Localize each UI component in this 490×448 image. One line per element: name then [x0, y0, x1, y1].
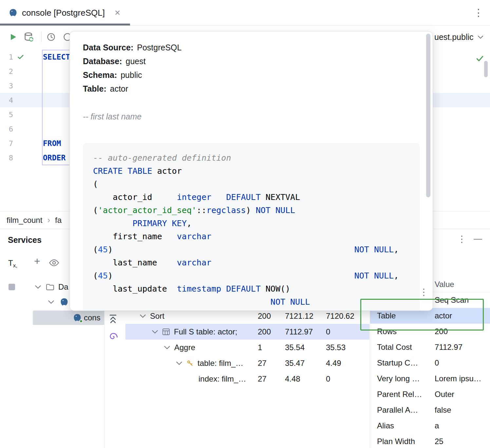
- popup-field-value: actor: [110, 84, 128, 94]
- run-button[interactable]: [6, 26, 20, 48]
- plan-actual-rows: 27: [258, 374, 267, 384]
- play-icon: [9, 32, 18, 42]
- plan-total-cost: 35.47: [285, 359, 305, 368]
- tab-close-icon[interactable]: ✕: [114, 9, 121, 17]
- property-name: Parallel A…: [377, 405, 418, 415]
- connected-dot: [79, 319, 83, 323]
- plan-startup-cost: 4.49: [326, 359, 341, 368]
- property-value: 7112.97: [435, 343, 462, 352]
- chevron-down-icon[interactable]: [152, 330, 158, 334]
- table-doc-popup: Data Source: PostgreSQL Database: guest …: [69, 31, 433, 311]
- sql-code-line: (45) NOT NULL,: [93, 243, 413, 256]
- key-icon: [186, 360, 194, 367]
- popup-field-label: Schema:: [83, 70, 117, 80]
- tabbar-menu-icon[interactable]: ⋮: [474, 7, 483, 18]
- refresh-datasource-button[interactable]: [22, 26, 36, 48]
- line-number: 4: [0, 96, 13, 104]
- tx-mode-button[interactable]: Tx,: [8, 259, 17, 269]
- postgresql-icon: [9, 8, 18, 17]
- plan-row[interactable]: index: film_… 27 4.48 0: [108, 371, 369, 387]
- tab-bar: console [PostgreSQL] ✕ ⋮: [0, 0, 490, 26]
- chevron-down-icon[interactable]: [48, 300, 54, 304]
- breadcrumb-separator-icon: ›: [47, 215, 50, 225]
- sql-code-line: PRIMARY KEY,: [93, 217, 413, 230]
- folder-icon: [46, 283, 54, 291]
- clock-icon: [47, 32, 56, 42]
- services-minimize-icon[interactable]: —: [474, 234, 482, 244]
- plan-row[interactable]: Aggre 1 35.54 35.53: [108, 340, 369, 355]
- plan-node-label: index: film_…: [198, 374, 246, 384]
- plan-startup-cost: 0: [326, 327, 330, 336]
- plan-startup-cost: 0: [326, 374, 330, 384]
- popup-field-value: guest: [126, 57, 146, 66]
- property-row[interactable]: Parallel A… false: [370, 402, 490, 418]
- property-row[interactable]: Startup C… 0: [370, 355, 490, 371]
- property-row[interactable]: Alias a: [370, 418, 490, 434]
- property-row[interactable]: Very long … Lorem ipsu…: [370, 371, 490, 386]
- chevron-down-icon[interactable]: [176, 361, 182, 365]
- property-row[interactable]: Plan Width 25: [370, 434, 490, 448]
- plan-node-label: table: film_…: [198, 359, 243, 368]
- line-number: 7: [0, 139, 13, 148]
- line-number: 1: [0, 53, 13, 61]
- view-options-icon[interactable]: [49, 259, 59, 266]
- properties-menu-icon[interactable]: ⋮: [419, 287, 428, 297]
- line-number: 5: [0, 111, 13, 119]
- plan-row[interactable]: Full S table: actor; 200 7112.97 0: [108, 324, 369, 340]
- tab-console[interactable]: console [PostgreSQL] ✕: [0, 0, 121, 26]
- plan-node-label: Aggre: [174, 343, 195, 352]
- app-window: console [PostgreSQL] ✕ ⋮: [0, 0, 490, 448]
- statement-success-icon: [17, 53, 24, 61]
- table-icon: [162, 328, 170, 335]
- plan-node-label: Sort: [150, 312, 164, 321]
- editor-scrollbar-thumb[interactable]: [484, 61, 488, 77]
- plan-actual-rows: 27: [258, 359, 267, 368]
- postgresql-icon: [60, 297, 69, 307]
- property-row[interactable]: Total Cost 7112.97: [370, 339, 490, 355]
- popup-field: Database: guest: [83, 54, 420, 68]
- line-number: 2: [0, 67, 13, 76]
- property-name: Alias: [377, 421, 394, 430]
- sql-code-line: CREATE TABLE actor: [93, 165, 413, 178]
- plan-startup-cost: 7120.62: [326, 312, 354, 321]
- plan-row[interactable]: table: film_… 27 35.47 4.49: [108, 355, 369, 371]
- plan-total-cost: 7112.97: [285, 327, 313, 336]
- tree-row-label: cons: [84, 313, 101, 322]
- plan-total-cost: 4.48: [285, 374, 300, 384]
- breadcrumb-item-next[interactable]: fa: [55, 216, 62, 225]
- popup-fields: Data Source: PostgreSQL Database: guest …: [70, 31, 433, 96]
- property-value: 0: [435, 358, 439, 367]
- tree-row-label: Da: [58, 282, 68, 292]
- popup-field-label: Table:: [83, 84, 106, 94]
- history-button[interactable]: [44, 26, 58, 48]
- plan-actual-rows: 1: [258, 343, 262, 352]
- popup-field: Schema: public: [83, 68, 420, 82]
- plan-actual-rows: 200: [258, 327, 271, 336]
- plan-actual-rows: 200: [258, 312, 271, 321]
- line-number: 6: [0, 125, 13, 133]
- sql-code-line: last_update timestamp DEFAULT NOW(): [93, 282, 413, 296]
- property-value: Outer: [435, 390, 454, 399]
- schema-selector-label: uest.public: [434, 32, 474, 42]
- property-name: Startup C…: [377, 358, 418, 367]
- postgresql-console-icon: [73, 313, 82, 322]
- chevron-down-icon[interactable]: [35, 285, 41, 289]
- chevron-down-icon[interactable]: [164, 346, 170, 349]
- property-row[interactable]: Parent Rel… Outer: [370, 386, 490, 402]
- schema-selector[interactable]: uest.public: [434, 30, 483, 44]
- tree-checkbox[interactable]: [9, 284, 15, 290]
- tree-row-console[interactable]: cons: [0, 311, 104, 325]
- breadcrumb-item-film-count[interactable]: film_count: [7, 216, 42, 225]
- inspection-ok-icon[interactable]: [476, 54, 484, 63]
- property-value: Lorem ipsu…: [435, 374, 481, 383]
- popup-scrollbar-thumb[interactable]: [426, 34, 430, 197]
- popup-field-value: PostgreSQL: [137, 43, 181, 52]
- toolbar-separator: [41, 32, 42, 42]
- sql-code-line: -- auto-generated definition: [93, 152, 413, 165]
- chevron-down-icon[interactable]: [140, 314, 146, 318]
- tab-title: console [PostgreSQL]: [22, 8, 105, 18]
- services-menu-icon[interactable]: ⋮: [457, 234, 466, 244]
- add-datasource-icon[interactable]: +: [34, 255, 40, 267]
- property-value: false: [435, 405, 451, 415]
- line-number: 3: [0, 82, 13, 90]
